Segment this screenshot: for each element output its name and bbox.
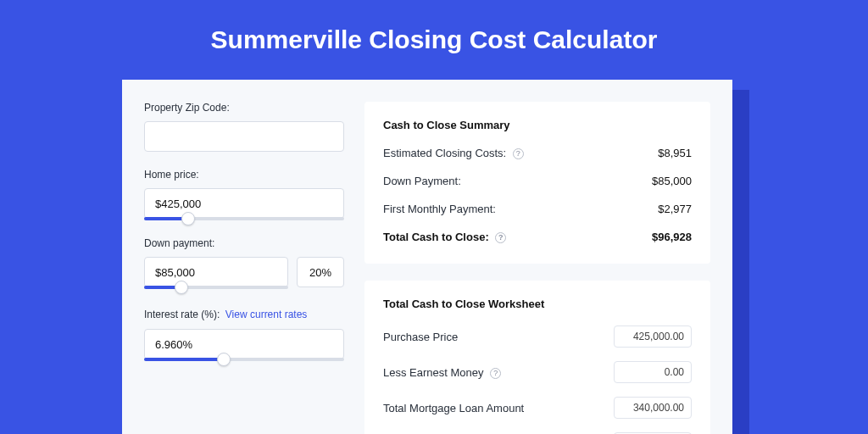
interest-rate-field: Interest rate (%): View current rates (144, 306, 344, 361)
help-icon[interactable]: ? (495, 232, 506, 243)
summary-row-label: Estimated Closing Costs: (383, 147, 506, 159)
down-payment-track (144, 286, 288, 289)
down-payment-slider[interactable] (144, 257, 288, 289)
summary-row-value: $85,000 (652, 175, 692, 187)
summary-row-value: $8,951 (658, 147, 692, 159)
summary-row-total: Total Cash to Close: ? $96,928 (383, 231, 692, 243)
summary-total-value: $96,928 (652, 231, 692, 243)
interest-rate-slider[interactable] (144, 329, 344, 361)
worksheet-row-earnest-money: Less Earnest Money ? (383, 361, 692, 383)
home-price-label: Home price: (144, 169, 344, 181)
worksheet-row-purchase-price: Purchase Price (383, 326, 692, 348)
cash-to-close-summary-card: Cash to Close Summary Estimated Closing … (364, 102, 710, 264)
summary-row-value: $2,977 (658, 203, 692, 215)
summary-title: Cash to Close Summary (383, 119, 692, 131)
worksheet-title: Total Cash to Close Worksheet (383, 298, 692, 310)
home-price-track (144, 217, 344, 220)
mortgage-amount-input[interactable] (614, 397, 692, 419)
interest-rate-label: Interest rate (%): (144, 309, 220, 320)
down-payment-label: Down payment: (144, 237, 344, 249)
worksheet-row-label: Total Mortgage Loan Amount (383, 402, 524, 415)
summary-row-label: First Monthly Payment: (383, 203, 496, 215)
help-icon[interactable]: ? (490, 368, 501, 379)
earnest-money-input[interactable] (614, 361, 692, 383)
inputs-column: Property Zip Code: Home price: Down paym… (144, 102, 344, 434)
help-icon[interactable]: ? (513, 148, 524, 159)
interest-rate-thumb[interactable] (217, 353, 231, 366)
results-column: Cash to Close Summary Estimated Closing … (364, 102, 710, 434)
purchase-price-input[interactable] (614, 326, 692, 348)
interest-rate-track (144, 358, 344, 361)
summary-row-label: Down Payment: (383, 175, 461, 187)
home-price-thumb[interactable] (181, 212, 195, 225)
interest-rate-input[interactable] (144, 329, 344, 359)
zip-label: Property Zip Code: (144, 102, 344, 114)
worksheet-row-mortgage-amount: Total Mortgage Loan Amount (383, 397, 692, 419)
summary-row-first-monthly: First Monthly Payment: $2,977 (383, 203, 692, 215)
home-price-input[interactable] (144, 188, 344, 219)
zip-field: Property Zip Code: (144, 102, 344, 152)
worksheet-row-label: Purchase Price (383, 331, 458, 343)
interest-rate-fill (144, 358, 224, 361)
worksheet-row-label: Less Earnest Money (383, 366, 484, 379)
view-current-rates-link[interactable]: View current rates (225, 309, 308, 320)
summary-row-closing-costs: Estimated Closing Costs: ? $8,951 (383, 147, 692, 159)
home-price-slider[interactable] (144, 188, 344, 220)
down-payment-field: Down payment: (144, 237, 344, 289)
summary-row-down-payment: Down Payment: $85,000 (383, 175, 692, 187)
calculator-panel: Property Zip Code: Home price: Down paym… (122, 80, 732, 434)
page-title: Summerville Closing Cost Calculator (0, 25, 868, 54)
down-payment-thumb[interactable] (175, 281, 188, 294)
worksheet-card: Total Cash to Close Worksheet Purchase P… (364, 281, 710, 434)
summary-total-label: Total Cash to Close: (383, 231, 489, 243)
zip-input[interactable] (144, 121, 344, 152)
down-payment-percent-input[interactable] (297, 257, 344, 287)
down-payment-input[interactable] (144, 257, 288, 287)
home-price-field: Home price: (144, 169, 344, 220)
